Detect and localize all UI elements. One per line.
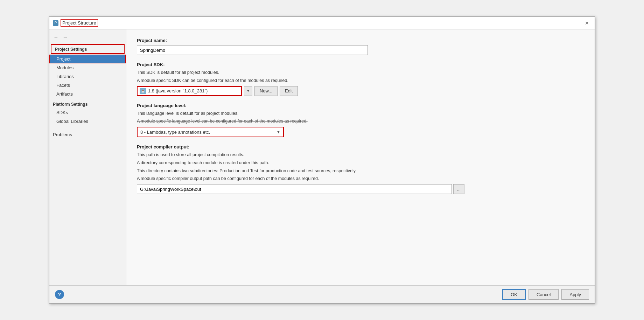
sdk-row: ☕ 1.8 (java version "1.8.0_281") ▼ New..… [137, 86, 584, 96]
sdk-new-button[interactable]: New... [254, 86, 278, 96]
sdk-description2: A module specific SDK can be configured … [137, 77, 584, 84]
language-description2: A module specific language level can be … [137, 118, 584, 125]
footer: ? OK Cancel Apply [49, 285, 595, 303]
sdk-dropdown[interactable]: ☕ 1.8 (java version "1.8.0_281") [137, 86, 242, 96]
sidebar-item-libraries[interactable]: Libraries [49, 72, 126, 81]
compiler-output-group: Project compiler output: This path is us… [137, 144, 584, 194]
project-name-group: Project name: [137, 38, 584, 55]
project-name-input[interactable] [137, 45, 368, 55]
close-button[interactable]: ✕ [583, 20, 591, 27]
cancel-button[interactable]: Cancel [528, 289, 559, 300]
sidebar-item-project[interactable]: Project [49, 55, 126, 63]
sidebar-item-problems[interactable]: Problems [49, 128, 126, 139]
footer-right: OK Cancel Apply [502, 289, 589, 300]
language-dropdown[interactable]: 8 - Lambdas, type annotations etc. ▼ [137, 127, 284, 137]
project-settings-header: Project Settings [51, 44, 125, 54]
compiler-description2: A directory corresponding to each module… [137, 160, 584, 166]
project-name-label: Project name: [137, 38, 584, 43]
compiler-description1: This path is used to store all project c… [137, 152, 584, 158]
title-bar-left: P Project Structure [53, 19, 98, 27]
sdk-icon: ☕ [140, 88, 146, 94]
help-button[interactable]: ? [55, 290, 64, 299]
language-dropdown-arrow: ▼ [276, 130, 280, 134]
sidebar-item-sdks[interactable]: SDKs [49, 108, 126, 117]
ok-button[interactable]: OK [502, 289, 526, 300]
project-sdk-group: Project SDK: This SDK is default for all… [137, 62, 584, 96]
compiler-description3: This directory contains two subdirectori… [137, 168, 584, 174]
language-dropdown-row: 8 - Lambdas, type annotations etc. ▼ [137, 127, 584, 137]
back-button[interactable]: ← [52, 34, 60, 41]
project-sdk-label: Project SDK: [137, 62, 584, 67]
sdk-edit-button[interactable]: Edit [280, 86, 298, 96]
dialog-icon: P [53, 20, 58, 26]
dialog-title: Project Structure [61, 19, 98, 27]
sdk-description1: This SDK is default for all project modu… [137, 69, 584, 76]
sidebar-item-modules[interactable]: Modules [49, 63, 126, 72]
project-structure-dialog: P Project Structure ✕ ← → Project Settin… [49, 16, 595, 304]
sidebar: ← → Project Settings Project Modules Lib… [49, 29, 126, 285]
language-level-group: Project language level: This language le… [137, 103, 584, 138]
compiler-description4: A module specific compiler output path c… [137, 175, 584, 182]
language-level-label: Project language level: [137, 103, 584, 108]
apply-button[interactable]: Apply [561, 289, 589, 300]
sidebar-item-artifacts[interactable]: Artifacts [49, 90, 126, 98]
platform-settings-header: Platform Settings [49, 98, 126, 108]
footer-left: ? [55, 290, 64, 299]
language-description1: This language level is default for all p… [137, 110, 584, 117]
nav-buttons: ← → [49, 32, 126, 43]
forward-button[interactable]: → [61, 34, 69, 41]
sidebar-item-facets[interactable]: Facets [49, 81, 126, 90]
compiler-output-row: ... [137, 184, 584, 194]
language-value: 8 - Lambdas, type annotations etc. [140, 130, 210, 135]
title-bar: P Project Structure ✕ [49, 17, 595, 29]
main-content: Project name: Project SDK: This SDK is d… [126, 29, 595, 285]
sdk-value: 1.8 (java version "1.8.0_281") [148, 88, 239, 93]
compiler-output-label: Project compiler output: [137, 144, 584, 149]
sidebar-item-global-libraries[interactable]: Global Libraries [49, 117, 126, 126]
sdk-dropdown-arrow[interactable]: ▼ [244, 86, 252, 96]
dialog-body: ← → Project Settings Project Modules Lib… [49, 29, 595, 285]
compiler-path-input[interactable] [137, 184, 452, 194]
browse-button[interactable]: ... [453, 184, 464, 194]
